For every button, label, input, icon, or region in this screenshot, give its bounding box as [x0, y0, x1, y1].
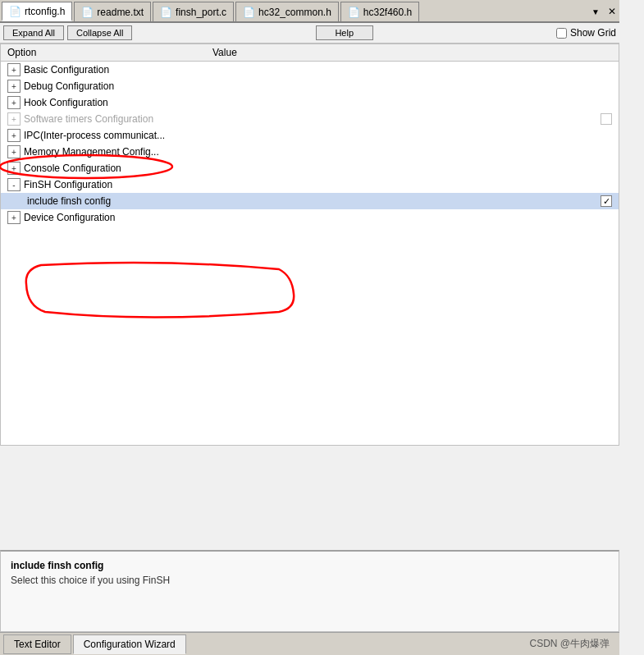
item-value-include-finsh: ✓	[601, 195, 612, 207]
tab-label-hc32f460: hc32f460.h	[363, 7, 412, 18]
tree-item-memory[interactable]: + Memory Management Config...	[1, 144, 619, 160]
expander-device[interactable]: +	[7, 211, 21, 224]
item-label-hook: Hook Configuration	[24, 97, 612, 108]
bottom-tab-label-text-editor: Text Editor	[14, 639, 61, 650]
item-label-finsh: FinSH Configuration	[24, 179, 612, 190]
tree-item-hook[interactable]: + Hook Configuration	[1, 94, 619, 111]
bottom-tab-bar: Text Editor Configuration Wizard CSDN @牛…	[0, 632, 619, 655]
item-value-software-timers	[601, 113, 612, 125]
tree-area: Option Value + Basic Configuration + Deb…	[0, 44, 619, 446]
tab-icon-rtconfig: 📄	[9, 6, 21, 17]
tab-icon-hc32f460: 📄	[348, 7, 360, 18]
tab-finsh-port[interactable]: 📄 finsh_port.c	[153, 2, 234, 21]
show-grid-group: Show Grid	[556, 27, 616, 39]
expand-all-button[interactable]: Expand All	[3, 25, 64, 40]
bottom-tab-label-config-wizard: Configuration Wizard	[84, 639, 176, 650]
tab-label-rtconfig: rtconfig.h	[25, 6, 65, 17]
collapse-all-button[interactable]: Collapse All	[67, 25, 132, 40]
tab-readme[interactable]: 📄 readme.txt	[74, 2, 151, 21]
expander-basic[interactable]: +	[7, 63, 21, 76]
tab-icon-finsh-port: 📄	[160, 7, 172, 18]
main-content: Option Value + Basic Configuration + Deb…	[0, 44, 619, 446]
tab-rtconfig[interactable]: 📄 rtconfig.h	[2, 2, 72, 21]
item-label-memory: Memory Management Config...	[24, 146, 612, 158]
expander-console[interactable]: +	[7, 162, 21, 175]
bottom-tab-config-wizard[interactable]: Configuration Wizard	[73, 634, 186, 654]
item-label-ipc: IPC(Inter-process communicat...	[24, 130, 612, 141]
help-button[interactable]: Help	[316, 25, 373, 40]
tab-dropdown-btn[interactable]: ▼	[587, 2, 605, 21]
item-label-software-timers: Software timers Configuration	[24, 113, 601, 125]
col-header-option: Option	[7, 47, 212, 58]
expander-finsh[interactable]: -	[7, 178, 21, 191]
tab-label-readme: readme.txt	[97, 7, 144, 18]
desc-title: include finsh config	[11, 560, 609, 571]
col-header-value: Value	[212, 47, 237, 58]
show-grid-checkbox[interactable]	[556, 28, 567, 39]
item-label-include-finsh: include finsh config	[27, 195, 601, 207]
tree-item-basic[interactable]: + Basic Configuration	[1, 62, 619, 78]
expander-hook[interactable]: +	[7, 96, 21, 109]
csdn-credit: CSDN @牛肉爆弹	[529, 637, 616, 651]
expander-memory[interactable]: +	[7, 145, 21, 158]
tab-hc32f460[interactable]: 📄 hc32f460.h	[340, 2, 419, 21]
checkbox-software-timers[interactable]	[601, 113, 612, 125]
desc-text: Select this choice if you using FinSH	[11, 575, 609, 586]
tree-item-device[interactable]: + Device Configuration	[1, 209, 619, 226]
tab-icon-hc32-common: 📄	[243, 7, 255, 18]
tab-icon-readme: 📄	[81, 7, 94, 18]
tab-label-finsh-port: finsh_port.c	[176, 7, 226, 18]
expander-debug[interactable]: +	[7, 80, 21, 93]
tab-label-hc32-common: hc32_common.h	[258, 7, 331, 18]
tree-headers: Option Value	[1, 44, 619, 62]
expander-ipc[interactable]: +	[7, 129, 21, 142]
item-label-basic: Basic Configuration	[24, 64, 612, 76]
item-label-device: Device Configuration	[24, 212, 612, 223]
item-label-console: Console Configuration	[24, 163, 612, 174]
tree-item-console[interactable]: + Console Configuration	[1, 160, 619, 176]
tab-close-all-btn[interactable]: ✕	[605, 2, 619, 21]
bottom-tab-text-editor[interactable]: Text Editor	[3, 634, 71, 654]
toolbar: Expand All Collapse All Help Show Grid	[0, 23, 619, 44]
tree-item-debug[interactable]: + Debug Configuration	[1, 78, 619, 94]
tree-item-finsh[interactable]: - FinSH Configuration	[1, 176, 619, 193]
item-label-debug: Debug Configuration	[24, 80, 612, 92]
show-grid-label: Show Grid	[570, 27, 616, 39]
desc-panel: include finsh config Select this choice …	[0, 550, 619, 632]
checkbox-include-finsh[interactable]: ✓	[601, 195, 612, 207]
expander-software-timers[interactable]: +	[7, 112, 21, 126]
tab-bar: 📄 rtconfig.h 📄 readme.txt 📄 finsh_port.c…	[0, 0, 619, 23]
tree-item-ipc[interactable]: + IPC(Inter-process communicat...	[1, 127, 619, 144]
tree-item-software-timers[interactable]: + Software timers Configuration	[1, 111, 619, 127]
tree-item-include-finsh[interactable]: include finsh config ✓	[1, 193, 619, 209]
tab-hc32-common[interactable]: 📄 hc32_common.h	[235, 2, 339, 21]
